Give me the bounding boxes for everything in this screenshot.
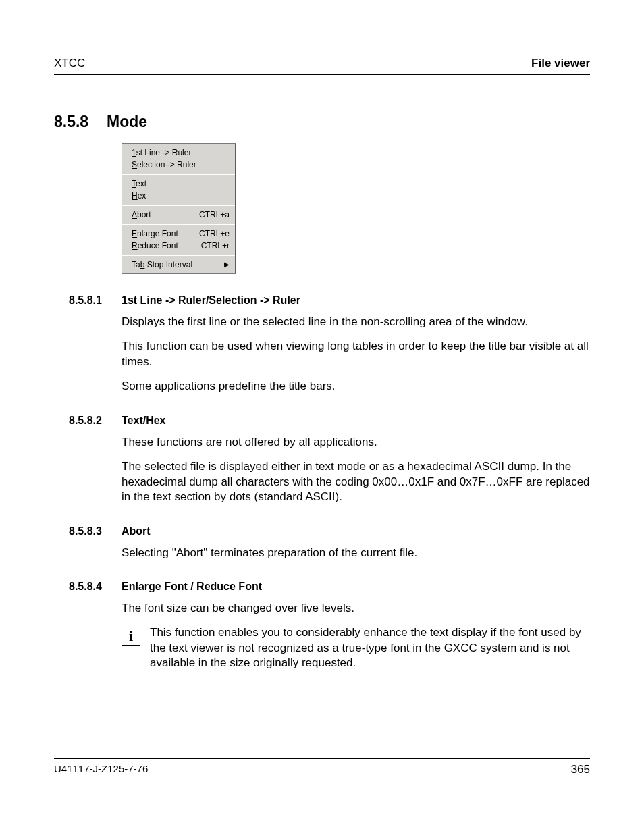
mode-menu: 1st Line -> Ruler Selection -> Ruler Tex… [122,143,236,274]
menu-item-text[interactable]: Text [122,178,235,190]
menu-item-abort[interactable]: Abort CTRL+a [122,209,235,221]
menu-item-tab-stop-interval[interactable]: Tab Stop Interval ▶ [122,259,235,271]
paragraph: Some applications predefine the title ba… [122,379,590,394]
subsection-number: 8.5.8.3 [69,525,122,537]
paragraph: Selecting "Abort" terminates preparation… [122,546,590,560]
submenu-arrow-icon: ▶ [224,259,230,270]
subsection-title: Abort [122,525,151,537]
info-icon: i [122,627,140,646]
menu-item-reduce-font[interactable]: Reduce Font CTRL+r [122,240,235,252]
subsection-title: 1st Line -> Ruler/Selection -> Ruler [122,294,300,307]
paragraph: The font size can be changed over five l… [122,601,590,616]
section-number: 8.5.8 [54,113,107,131]
subsection-number: 8.5.8.2 [69,415,122,427]
paragraph: Displays the first line or the selected … [122,315,590,330]
header-left: XTCC [54,57,85,70]
header-rule [54,74,590,75]
footer-rule [54,758,590,759]
menu-item-enlarge-font[interactable]: Enlarge Font CTRL+e [122,228,235,240]
page-number: 365 [571,763,590,777]
subsection-number: 8.5.8.4 [69,581,122,593]
shortcut-abort: CTRL+a [187,209,230,220]
subsection-title: Text/Hex [122,415,166,427]
subsection-title: Enlarge Font / Reduce Font [122,581,262,593]
paragraph: This function can be used when viewing l… [122,339,590,369]
note-text: This function enables you to considerabl… [150,625,590,671]
menu-item-hex[interactable]: Hex [122,190,235,202]
shortcut-reduce: CTRL+r [189,240,230,251]
paragraph: The selected file is displayed either in… [122,459,590,504]
shortcut-enlarge: CTRL+e [187,228,230,239]
menu-item-1st-line-ruler[interactable]: 1st Line -> Ruler [122,147,235,159]
section-title: Mode [107,113,147,131]
paragraph: These functions are not offered by all a… [122,435,590,450]
subsection-number: 8.5.8.1 [69,294,122,307]
footer-doc-id: U41117-J-Z125-7-76 [54,763,148,777]
header-right: File viewer [531,57,590,70]
menu-item-selection-ruler[interactable]: Selection -> Ruler [122,159,235,171]
